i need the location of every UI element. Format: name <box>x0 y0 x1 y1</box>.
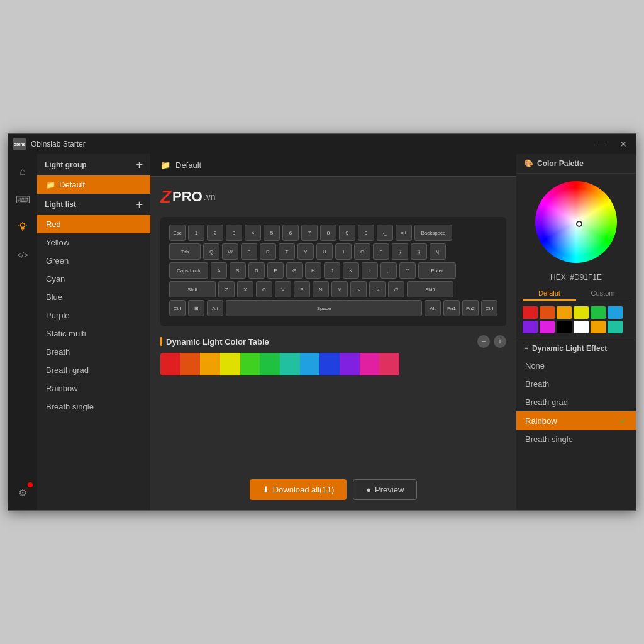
key-6[interactable]: 6 <box>282 225 299 241</box>
color-swatch[interactable] <box>220 353 240 375</box>
key-q[interactable]: Q <box>203 243 219 260</box>
list-item-red[interactable]: Red <box>37 215 150 233</box>
key-j[interactable]: J <box>324 262 340 279</box>
key-2[interactable]: 2 <box>207 225 223 241</box>
palette-color-swatch[interactable] <box>574 321 589 333</box>
key-e[interactable]: E <box>241 243 257 260</box>
list-item-static-multi[interactable]: Static multi <box>37 325 150 343</box>
key-fn1[interactable]: Fn1 <box>443 300 460 316</box>
download-all-button[interactable]: ⬇ Download all(11) <box>250 479 347 500</box>
key-a[interactable]: A <box>211 262 227 279</box>
key-f[interactable]: F <box>267 262 284 279</box>
palette-color-swatch[interactable] <box>608 321 623 333</box>
list-item-breath-grad[interactable]: Breath grad <box>37 361 150 379</box>
key-quote[interactable]: '" <box>399 262 416 279</box>
color-swatch[interactable] <box>340 353 360 375</box>
list-item-purple[interactable]: Purple <box>37 306 150 325</box>
key-3[interactable]: 3 <box>226 225 242 241</box>
sidebar-light-button[interactable] <box>11 216 34 238</box>
key-s[interactable]: S <box>230 262 246 279</box>
key-c[interactable]: C <box>256 281 272 297</box>
list-item-cyan[interactable]: Cyan <box>37 270 150 288</box>
key-esc[interactable]: Esc <box>169 225 186 241</box>
key-1[interactable]: 1 <box>188 225 204 241</box>
key-9[interactable]: 9 <box>339 225 355 241</box>
key-fn2[interactable]: Fn2 <box>462 300 479 316</box>
list-item-blue[interactable]: Blue <box>37 288 150 306</box>
key-ctrl-left[interactable]: Ctrl <box>169 300 186 316</box>
effect-breath-grad[interactable]: Breath grad <box>516 393 636 411</box>
key-comma[interactable]: ,< <box>350 281 367 297</box>
key-win[interactable]: ⊞ <box>188 300 204 316</box>
add-light-list-button[interactable]: + <box>136 199 143 210</box>
key-minus[interactable]: -_ <box>377 225 393 241</box>
color-swatch[interactable] <box>200 353 220 375</box>
list-item-breath[interactable]: Breath <box>37 343 150 361</box>
key-t[interactable]: T <box>279 243 295 260</box>
palette-color-swatch[interactable] <box>574 306 589 319</box>
key-backslash[interactable]: \| <box>430 243 446 260</box>
palette-color-swatch[interactable] <box>523 321 538 333</box>
key-tab[interactable]: Tab <box>169 243 201 260</box>
key-m[interactable]: M <box>331 281 348 297</box>
color-table-plus-button[interactable]: + <box>494 335 506 348</box>
key-alt-right[interactable]: Alt <box>425 300 441 316</box>
sidebar-keyboard-button[interactable]: ⌨ <box>11 188 34 211</box>
color-swatch[interactable] <box>160 353 180 375</box>
close-button[interactable]: ✕ <box>616 138 631 150</box>
palette-color-swatch[interactable] <box>557 306 572 319</box>
color-swatch[interactable] <box>280 353 300 375</box>
key-alt-left[interactable]: Alt <box>207 300 223 316</box>
key-5[interactable]: 5 <box>264 225 280 241</box>
color-swatch[interactable] <box>260 353 280 375</box>
key-b[interactable]: B <box>294 281 310 297</box>
key-0[interactable]: 0 <box>358 225 374 241</box>
palette-color-swatch[interactable] <box>608 306 623 319</box>
effect-rainbow[interactable]: Rainbow ✓ <box>516 411 636 430</box>
preview-button[interactable]: ● Preview <box>353 479 417 500</box>
key-z[interactable]: Z <box>218 281 235 297</box>
key-o[interactable]: O <box>354 243 370 260</box>
key-7[interactable]: 7 <box>301 225 318 241</box>
effect-none[interactable]: None <box>516 357 636 375</box>
list-item-rainbow[interactable]: Rainbow <box>37 379 150 397</box>
sidebar-code-button[interactable]: </> <box>11 243 34 266</box>
color-swatch[interactable] <box>300 353 320 375</box>
palette-color-swatch[interactable] <box>591 306 606 319</box>
key-4[interactable]: 4 <box>245 225 261 241</box>
key-semicolon[interactable]: ;: <box>380 262 397 279</box>
key-u[interactable]: U <box>316 243 333 260</box>
color-wheel-container[interactable] <box>516 174 636 270</box>
color-table-minus-button[interactable]: − <box>477 335 490 348</box>
palette-color-swatch[interactable] <box>523 306 538 319</box>
tab-custom[interactable]: Custom <box>576 287 630 301</box>
palette-color-swatch[interactable] <box>557 321 572 333</box>
palette-color-swatch[interactable] <box>591 321 606 333</box>
color-swatch[interactable] <box>319 353 340 375</box>
color-wheel[interactable] <box>535 181 617 263</box>
key-lbracket[interactable]: [{ <box>392 243 408 260</box>
key-shift-left[interactable]: Shift <box>169 281 216 297</box>
list-item-green[interactable]: Green <box>37 252 150 270</box>
key-ctrl-right[interactable]: Ctrl <box>481 300 497 316</box>
effect-breath-single[interactable]: Breath single <box>516 430 636 448</box>
key-w[interactable]: W <box>222 243 238 260</box>
key-x[interactable]: X <box>237 281 253 297</box>
key-shift-right[interactable]: Shift <box>407 281 453 297</box>
key-i[interactable]: I <box>335 243 352 260</box>
key-h[interactable]: H <box>305 262 321 279</box>
key-enter[interactable]: Enter <box>418 262 456 279</box>
list-item-yellow[interactable]: Yellow <box>37 233 150 252</box>
key-capslock[interactable]: Caps Lock <box>169 262 208 279</box>
group-item-default[interactable]: 📁 Default <box>37 175 150 194</box>
key-k[interactable]: K <box>343 262 359 279</box>
key-slash[interactable]: /? <box>388 281 404 297</box>
key-l[interactable]: L <box>362 262 378 279</box>
add-light-group-button[interactable]: + <box>136 159 143 170</box>
minimize-button[interactable]: — <box>594 138 611 150</box>
key-equals[interactable]: =+ <box>396 225 412 241</box>
color-swatch[interactable] <box>360 353 380 375</box>
palette-color-swatch[interactable] <box>540 321 555 333</box>
key-y[interactable]: Y <box>297 243 314 260</box>
key-n[interactable]: N <box>313 281 329 297</box>
